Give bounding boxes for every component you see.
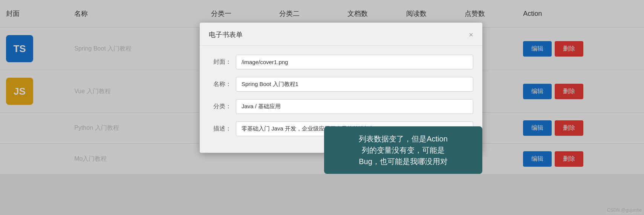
modal-close-button[interactable]: × [469, 31, 473, 38]
modal-header: 电子书表单 × [200, 23, 482, 46]
form-row-name: 名称： [209, 77, 473, 92]
cover-input[interactable] [236, 55, 473, 69]
tooltip-bubble: 列表数据变了，但是Action列的变量没有变，可能是Bug，也可能是我哪没用对 [324, 126, 482, 174]
modal-title: 电子书表单 [209, 30, 243, 39]
category-input[interactable] [236, 99, 473, 114]
form-row-cover: 封面： [209, 55, 473, 69]
category-label: 分类： [209, 103, 231, 111]
cover-label: 封面： [209, 58, 231, 66]
form-row-category: 分类： [209, 99, 473, 114]
tooltip-text: 列表数据变了，但是Action列的变量没有变，可能是Bug，也可能是我哪没用对 [359, 135, 448, 166]
name-input[interactable] [236, 77, 473, 92]
desc-label: 描述： [209, 125, 231, 133]
name-label: 名称： [209, 80, 231, 88]
watermark: CSDN @gujunhe [607, 207, 642, 213]
